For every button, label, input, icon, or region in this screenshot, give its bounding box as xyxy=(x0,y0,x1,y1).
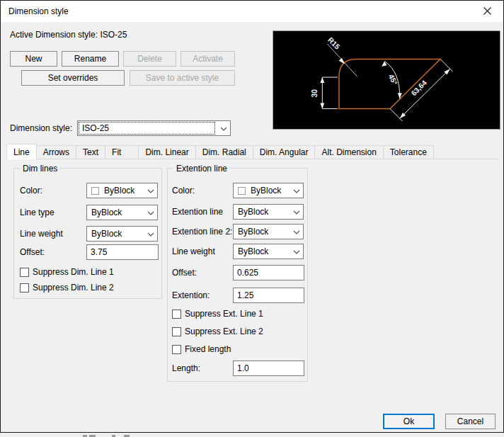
suppress-ext-line-2-checkbox[interactable]: Suppress Ext. Line 2 xyxy=(172,327,263,336)
active-style-label: Active Dimension style: ISO-25 xyxy=(10,30,127,40)
dim-line-weight-select[interactable]: ByBlock xyxy=(86,226,158,242)
close-button[interactable] xyxy=(471,1,503,21)
chevron-down-icon xyxy=(293,246,300,256)
ext-length-input[interactable] xyxy=(233,361,304,376)
dim-color-label: Color: xyxy=(20,186,42,195)
dim-line-weight-label: Line weight xyxy=(20,229,63,239)
dim-color-value: ByBlock xyxy=(104,186,144,195)
ext-extension-label: Extention: xyxy=(172,290,210,300)
checkbox-icon xyxy=(172,345,181,354)
dim-line-type-label: Line type xyxy=(20,208,55,217)
dimension-preview: 30 R15 45° 63,64 xyxy=(273,30,500,130)
ext-color-select[interactable]: ByBlock xyxy=(233,183,304,198)
tab-dim-radial[interactable]: Dim. Radial xyxy=(195,145,253,159)
preview-height-label: 30 xyxy=(311,89,319,98)
preview-drawing: 30 R15 45° 63,64 xyxy=(273,31,500,129)
suppress-ext-line-1-checkbox[interactable]: Suppress Ext. Line 1 xyxy=(172,309,263,319)
ext-offset-input[interactable] xyxy=(233,265,304,280)
ext-color-label: Color: xyxy=(172,186,195,195)
tab-arrows[interactable]: Arrows xyxy=(36,145,76,159)
ok-button[interactable]: Ok xyxy=(383,414,435,429)
ext-color-value: ByBlock xyxy=(251,186,290,195)
tab-line[interactable]: Line xyxy=(6,144,37,159)
suppress-ext-line-2-label: Suppress Ext. Line 2 xyxy=(185,327,263,336)
color-swatch-icon xyxy=(91,187,99,195)
chevron-down-icon xyxy=(147,186,154,195)
suppress-dim-line-1-label: Suppress Dim. Line 1 xyxy=(33,267,114,277)
ext-line-weight-label: Line weight xyxy=(172,246,215,256)
ext-length-label: Length: xyxy=(172,363,200,373)
tab-dim-linear[interactable]: Dim. Linear xyxy=(138,145,195,159)
dimension-style-select[interactable]: ISO-25 xyxy=(77,120,231,136)
extension-line-group: Extention line Color: ByBlock Extention … xyxy=(167,168,308,382)
checkbox-icon xyxy=(172,310,181,319)
tab-fit[interactable]: Fit xyxy=(105,145,139,159)
suppress-dim-line-2-checkbox[interactable]: Suppress Dim. Line 2 xyxy=(20,283,114,293)
dim-offset-label: Offset: xyxy=(20,247,45,257)
tab-text[interactable]: Text xyxy=(76,145,105,159)
save-to-active-style-button[interactable]: Save to active style xyxy=(130,70,235,86)
fixed-length-checkbox[interactable]: Fixed length xyxy=(172,344,231,354)
dimension-style-dialog: Dimension style Active Dimension style: … xyxy=(0,0,504,433)
fixed-length-label: Fixed length xyxy=(185,344,231,354)
dimension-style-label: Dimension style: xyxy=(10,123,72,133)
ext-line-weight-select[interactable]: ByBlock xyxy=(233,244,304,259)
close-icon xyxy=(483,7,491,15)
rename-button[interactable]: Rename xyxy=(62,51,119,67)
chevron-down-icon xyxy=(147,208,154,217)
screen: Dimension style Active Dimension style: … xyxy=(0,0,504,437)
set-overrides-button[interactable]: Set overrides xyxy=(21,70,125,86)
ext-line-weight-value: ByBlock xyxy=(238,246,290,256)
dimension-style-value: ISO-25 xyxy=(82,123,217,133)
suppress-ext-line-1-label: Suppress Ext. Line 1 xyxy=(185,309,263,319)
chevron-down-icon xyxy=(220,123,227,133)
ext-line2-label: Extention line 2: xyxy=(172,227,232,237)
chevron-down-icon xyxy=(293,227,300,237)
dim-line-type-value: ByBlock xyxy=(91,208,144,217)
extension-line-group-title: Extention line xyxy=(173,164,230,174)
tab-dim-angular[interactable]: Dim. Angular xyxy=(253,145,316,159)
dim-line-type-select[interactable]: ByBlock xyxy=(86,205,158,220)
suppress-dim-line-2-label: Suppress Dim. Line 2 xyxy=(33,283,114,293)
delete-button[interactable]: Delete xyxy=(123,51,176,67)
window-title: Dimension style xyxy=(8,6,69,16)
ext-line-value: ByBlock xyxy=(238,207,290,217)
tab-bar: Line Arrows Text Fit Dim. Linear Dim. Ra… xyxy=(6,143,499,159)
activate-button[interactable]: Activate xyxy=(181,51,235,67)
tab-tolerance[interactable]: Tolerance xyxy=(383,145,434,159)
checkbox-icon xyxy=(20,268,29,277)
ext-line2-select[interactable]: ByBlock xyxy=(233,224,304,239)
dim-lines-group-title: Dim lines xyxy=(20,164,60,174)
ext-extension-input[interactable] xyxy=(233,288,304,303)
cancel-button[interactable]: Cancel xyxy=(445,414,496,429)
checkbox-icon xyxy=(172,327,181,336)
dim-color-select[interactable]: ByBlock xyxy=(86,183,158,198)
dim-line-weight-value: ByBlock xyxy=(91,229,144,239)
chevron-down-icon xyxy=(147,229,154,239)
chevron-down-icon xyxy=(293,207,300,217)
new-button[interactable]: New xyxy=(10,51,57,67)
color-swatch-icon xyxy=(238,187,246,195)
ext-line-select[interactable]: ByBlock xyxy=(233,204,304,220)
ext-line-label: Extention line xyxy=(172,207,223,217)
dim-offset-input[interactable] xyxy=(86,244,159,260)
title-bar: Dimension style xyxy=(1,1,503,22)
chevron-down-icon xyxy=(293,186,300,195)
tab-alt-dimension[interactable]: Alt. Dimension xyxy=(314,145,383,159)
ext-line2-value: ByBlock xyxy=(238,227,290,237)
dim-lines-group: Dim lines Color: ByBlock Line type ByBlo… xyxy=(13,168,162,299)
ext-offset-label: Offset: xyxy=(172,268,197,278)
suppress-dim-line-1-checkbox[interactable]: Suppress Dim. Line 1 xyxy=(20,267,114,277)
checkbox-icon xyxy=(20,283,29,293)
